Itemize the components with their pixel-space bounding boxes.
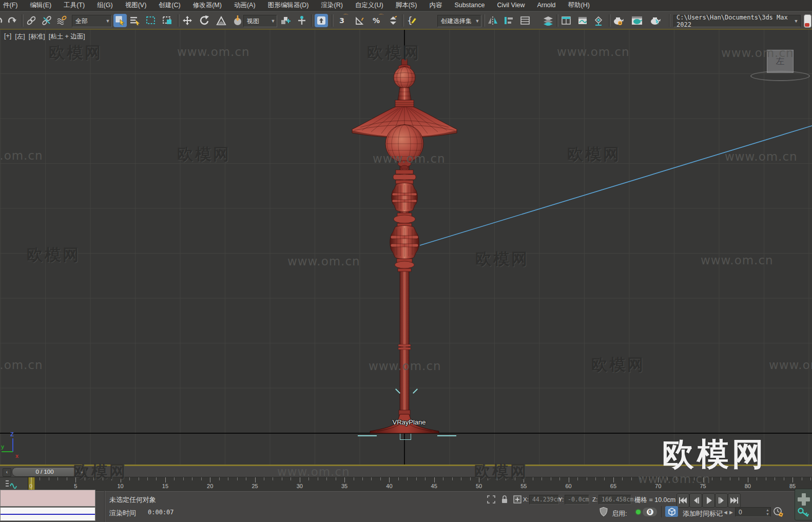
named-selection-set-dropdown[interactable]: 创建选择集▼: [437, 15, 481, 27]
menu-item-9[interactable]: 图形编辑器(D): [265, 0, 312, 10]
bind-to-space-warp-icon[interactable]: [55, 14, 69, 27]
next-frame-button[interactable]: [715, 493, 728, 508]
menu-item-13[interactable]: 内容: [426, 0, 445, 10]
toggle-scene-explorer-button[interactable]: [518, 14, 532, 27]
isolate-selection-toggle[interactable]: [665, 506, 678, 517]
select-object-button[interactable]: [113, 14, 127, 27]
timeline-tick: [613, 477, 614, 482]
frame-step-arrows[interactable]: ◄►: [723, 509, 734, 515]
viewcube[interactable]: 左: [767, 50, 794, 73]
render-setup-button[interactable]: [612, 14, 625, 27]
select-and-scale-button[interactable]: [215, 14, 228, 27]
use-pivot-center-button[interactable]: [279, 14, 292, 27]
timeline-frame-label: 70: [655, 483, 661, 489]
rendered-frame-window-button[interactable]: [630, 14, 644, 27]
menu-item-16[interactable]: Arnold: [534, 0, 558, 10]
timeline-frame-label: 10: [117, 483, 123, 489]
menu-item-7[interactable]: 修改器(M): [190, 0, 225, 10]
schematic-view-button[interactable]: [592, 14, 605, 27]
maxscript-mini-listener[interactable]: [0, 507, 95, 521]
timeline-tick: [121, 477, 121, 482]
spinner-snap-toggle[interactable]: [386, 14, 400, 27]
add-time-tag-button[interactable]: 添加时间标记: [683, 509, 723, 518]
go-to-start-button[interactable]: [676, 493, 689, 508]
render-production-button[interactable]: [649, 14, 662, 27]
select-by-name-button[interactable]: [128, 14, 142, 27]
viewport-menu-shading[interactable]: [粘土 + 边面]: [49, 32, 85, 41]
timeline-tick: [587, 477, 587, 480]
safe-scene-shield-icon[interactable]: [599, 507, 608, 517]
timeline-tick: [542, 477, 542, 480]
timeline-ruler[interactable]: 0510152025303540455055606570758085: [0, 477, 812, 491]
menu-item-5[interactable]: 视图(V): [122, 0, 150, 10]
current-frame-field[interactable]: 0 ▲▼: [735, 507, 771, 517]
previous-frame-button[interactable]: [689, 493, 702, 508]
select-and-place-button[interactable]: [231, 14, 244, 27]
keyboard-shortcut-override-toggle[interactable]: [315, 14, 328, 27]
snap-toggle-3d[interactable]: 3⌒: [335, 14, 349, 27]
mini-curve-editor-icon[interactable]: [5, 479, 23, 490]
maxscript-mini-listener-macro[interactable]: [0, 490, 95, 507]
clipped-toolbar-icon[interactable]: [804, 14, 811, 28]
menu-item-3[interactable]: 工具(T): [61, 0, 88, 10]
viewcube-face-label[interactable]: 左: [776, 55, 785, 67]
object-name-label[interactable]: VRayPlane: [381, 418, 437, 426]
project-folder-dropdown[interactable]: C:\Users\Han\Documents\3ds Max 2022 ▼: [673, 15, 801, 27]
z-coordinate-field[interactable]: 166.458cm: [598, 495, 631, 505]
menu-item-10[interactable]: 渲染(R): [318, 0, 345, 10]
select-and-rotate-button[interactable]: [198, 14, 211, 27]
toggle-ribbon-button[interactable]: [559, 14, 573, 27]
viewport-menu-standard[interactable]: [标准]: [29, 32, 45, 41]
viewport-left-view[interactable]: [+] [左] [标准] [粘土 + 边面]: [0, 30, 812, 465]
toolbar-separator: [311, 14, 313, 27]
time-slider[interactable]: 0 / 100: [12, 467, 78, 477]
menu-item-11[interactable]: 自定义(U): [352, 0, 386, 10]
menu-item-17[interactable]: 帮助(H): [565, 0, 593, 10]
timeline-tick: [569, 477, 569, 482]
time-configuration-icon[interactable]: [773, 507, 784, 518]
viewport-menu-general[interactable]: [+]: [4, 32, 11, 41]
window-crossing-toggle[interactable]: [161, 14, 174, 27]
menu-item-1[interactable]: 件(F): [0, 0, 21, 10]
next-key-button[interactable]: ›: [78, 468, 86, 477]
play-animation-button[interactable]: [702, 493, 715, 508]
x-coordinate-field[interactable]: 44.239cm: [529, 495, 559, 505]
undo-icon[interactable]: [0, 14, 5, 27]
selection-region-icon[interactable]: [487, 495, 496, 504]
menu-item-4[interactable]: 组(G): [94, 0, 116, 10]
menu-item-6[interactable]: 创建(C): [156, 0, 183, 10]
street-lamp-model[interactable]: [336, 49, 475, 444]
timeline-tick: [694, 477, 694, 480]
reference-coordinate-dropdown[interactable]: 视图▼: [243, 15, 277, 27]
timeline-tick: [792, 477, 793, 482]
menu-item-2[interactable]: 编辑(E): [27, 0, 54, 10]
select-and-link-icon[interactable]: [25, 14, 38, 27]
select-and-manipulate-button[interactable]: [295, 14, 308, 27]
selection-lock-icon[interactable]: [500, 494, 509, 504]
align-button[interactable]: [502, 14, 515, 27]
mirror-button[interactable]: [486, 14, 499, 27]
absolute-mode-icon[interactable]: [512, 494, 523, 505]
y-coordinate-field[interactable]: -0.0cm: [565, 495, 589, 505]
previous-key-button[interactable]: ‹: [3, 468, 11, 477]
percent-snap-toggle[interactable]: %⌒: [370, 14, 383, 27]
select-and-move-button[interactable]: [181, 14, 194, 27]
menu-item-8[interactable]: 动画(A): [231, 0, 259, 10]
notification-count-button[interactable]: 0: [643, 508, 657, 516]
unlink-selection-icon[interactable]: [40, 14, 53, 27]
redo-icon[interactable]: [5, 14, 18, 27]
menu-item-15[interactable]: Civil View: [494, 0, 528, 10]
toggle-layer-explorer-button[interactable]: [542, 14, 555, 27]
viewport-menu-pov[interactable]: [左]: [15, 32, 25, 41]
selection-filter-dropdown[interactable]: 全部▼: [72, 15, 112, 27]
edit-named-selection-sets-button[interactable]: {: [405, 14, 419, 27]
angle-snap-toggle[interactable]: [353, 14, 366, 27]
spinner-arrows-icon[interactable]: ▲▼: [766, 508, 769, 516]
timeline-tick: [559, 477, 560, 480]
menu-item-12[interactable]: 脚本(S): [393, 0, 420, 10]
menu-item-14[interactable]: Substance: [451, 0, 488, 10]
rectangular-selection-region-button[interactable]: [144, 14, 158, 27]
go-to-end-button[interactable]: [728, 493, 741, 508]
set-key-button[interactable]: [795, 489, 812, 520]
curve-editor-button[interactable]: [576, 14, 589, 27]
